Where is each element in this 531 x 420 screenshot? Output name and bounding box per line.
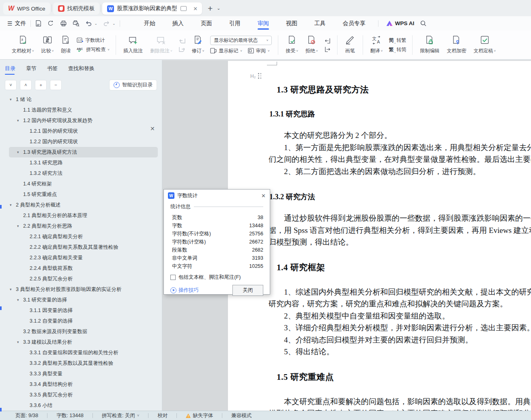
doc-proof-button[interactable]: a 文档校对˅ (8, 35, 38, 54)
tab-current-document[interactable]: W 股票涨跌影响因素的典型相关分析 ✕ (102, 2, 202, 15)
toc-item[interactable]: ▾ 3.3.1 自变量组和因变量组的相关性分析 (0, 347, 162, 358)
search-icon[interactable] (420, 20, 427, 27)
toc-item[interactable]: ▾ 1.3.2 研究方法 (0, 168, 162, 179)
toc-item[interactable]: ▾ 2.2.3 确定典型相关变量 (0, 252, 162, 263)
toc-item[interactable]: ▾ 3.1 研究变量的选择 (0, 295, 162, 305)
doc-line[interactable]: 2、第二方面把选出来的因素做动态回归分析，进行预测。 (269, 166, 531, 178)
simplified-to-traditional-button[interactable]: 简→ 转繁 (389, 37, 406, 44)
file-menu-button[interactable]: ☰ 文件 (7, 20, 26, 27)
toc-item[interactable]: ▾ 3.3.5 典型冗余分析 (0, 390, 162, 400)
insert-comment-button[interactable]: 插入批注 (120, 35, 146, 54)
doc-line[interactable]: 1.4 研究框架 (277, 263, 531, 272)
heading-drag-handle[interactable]: H₂ (250, 73, 262, 79)
toc-collapse-up-button[interactable]: ˄ (20, 80, 32, 90)
doc-line[interactable]: 1、第一方面是先把影响股票涨跌的因素选出来，用典型相关分析定量去分析 (269, 142, 531, 154)
sidebar-tab[interactable]: 目录 (5, 60, 15, 77)
toc-item[interactable]: ▾ 1 绪 论 (0, 94, 162, 105)
toc-item[interactable]: ▾ 2.2.2 确定典型相关系数及其显著性检验 (0, 242, 162, 252)
print-icon[interactable] (60, 20, 67, 27)
doc-line[interactable]: 1、综述国内外典型相关分析和回归模型研究的相关文献，提出本文的研究问题 (269, 286, 531, 298)
collapse-arrow-icon[interactable]: ▾ (10, 203, 16, 207)
dialog-close-icon[interactable]: ✕ (261, 193, 266, 199)
toc-item[interactable]: ▾ 3.3.4 典型结构分析 (0, 379, 162, 390)
sidebar-tab[interactable]: 查找和替换 (68, 60, 95, 77)
accept-change-button[interactable]: 接受˅ (282, 35, 302, 54)
doc-line[interactable]: 1.3.1 研究思路 (269, 110, 531, 118)
markup-state-dropdown[interactable]: 显示标记的最终状态˅ (210, 36, 272, 45)
toc-item[interactable]: ▾ 3 典型相关分析对股票涨跌影响因素的实证分析 (0, 284, 162, 295)
toc-item[interactable]: ▾ 1.2 国内外研究现状及发展趋势 (0, 115, 162, 126)
collapse-arrow-icon[interactable]: ▾ (17, 340, 23, 344)
word-count-button[interactable]: 12 字数统计 (77, 37, 110, 44)
sidebar-tab[interactable]: 章节 (26, 60, 37, 77)
document-page[interactable]: H₂ 1.3 研究思路及研究方法 1.3.1 研究思路 本文的研究思路分为 2 … (228, 61, 531, 411)
toc-item[interactable]: ▾ 1.4 研究框架 (0, 179, 162, 189)
toc-expand-all-button[interactable]: ＋ (35, 80, 47, 90)
menu-tab[interactable]: 插入 (164, 16, 192, 30)
doc-line[interactable]: 1.3 研究思路及研究方法 (277, 85, 531, 95)
toc-item[interactable]: ▾ 3.2 数据来源及得到变量数据 (0, 326, 162, 337)
export-icon[interactable] (47, 20, 54, 27)
close-tab-icon[interactable]: ✕ (192, 5, 199, 12)
toc-item[interactable]: ▾ 3.1.2 自变量的选择 (0, 316, 162, 326)
track-changes-button[interactable]: 修订˅ (188, 35, 208, 54)
delete-comment-button[interactable]: 删除批注˅ (146, 35, 176, 54)
sidebar-tab[interactable]: 书签 (47, 60, 58, 77)
include-footnotes-checkbox[interactable]: 包括文本框、脚注和尾注(F) (170, 274, 263, 281)
collapse-arrow-icon[interactable]: ▾ (17, 118, 23, 123)
dialog-title-bar[interactable]: W 字数统计 ✕ (164, 190, 270, 202)
restrict-editing-button[interactable]: 限制编辑 (416, 35, 443, 54)
menu-tab[interactable]: 会员专享 (334, 16, 374, 30)
redo-icon[interactable] (103, 20, 110, 27)
collapse-arrow-icon[interactable]: ▾ (10, 97, 16, 101)
missing-font-warning[interactable]: 缺失字体 (186, 412, 213, 419)
previous-change-button[interactable] (324, 38, 331, 44)
page-indicator[interactable]: 页面: 9/38 (15, 412, 38, 419)
word-count-indicator[interactable]: 字数: 13448 (56, 412, 84, 419)
next-change-button[interactable] (324, 46, 331, 52)
finalize-document-button[interactable]: 文档定稿˅ (470, 35, 499, 54)
doc-line[interactable]: 2、典型相关模型中自变量组和因变量组的选取。 (269, 310, 531, 322)
print-preview-icon[interactable] (73, 20, 80, 27)
toc-item[interactable]: ▾ 3.3.6 小结 (0, 400, 162, 411)
tab-docer-templates[interactable]: 找稻壳模板 (53, 2, 100, 15)
toc-item[interactable]: ▾ 2 典型相关分析概述 (0, 200, 162, 210)
toc-item[interactable]: ▾ 2.2.4 典型载荷系数 (0, 263, 162, 274)
undo-dropdown-icon[interactable]: ⌄ (95, 22, 98, 26)
close-dialog-button[interactable]: 关闭 (232, 285, 263, 296)
toc-item[interactable]: ▾ 3.3.2 典型相关系数以及其显著性检验 (0, 358, 162, 368)
toc-item[interactable]: ▾ 2.2.1 确定典型相关分析 (0, 231, 162, 242)
spell-check-button[interactable]: ABC 拼写检查˅ (77, 46, 110, 53)
review-pane-button[interactable]: 审阅˅ (248, 47, 270, 54)
doc-line[interactable]: 据，用 Spss 语言对他们进行典型相关分析，得到主要因素，再用 Eviews … (269, 224, 531, 237)
traditional-to-simplified-button[interactable]: 繁→ 转简 (389, 46, 406, 53)
spell-check-toggle[interactable]: 拼写检查: 关闭˅ (102, 412, 139, 419)
toc-item[interactable]: ▾ 2.2.5 典型冗余分析 (0, 274, 162, 284)
smart-toc-button[interactable]: 智能识别目录 (109, 80, 157, 90)
collapse-arrow-icon[interactable]: ▾ (17, 150, 23, 154)
collapse-arrow-icon[interactable]: ▾ (17, 224, 23, 228)
toc-item[interactable]: ▾ 1.1 选题的背景和意义 (0, 105, 162, 115)
next-comment-button[interactable] (178, 46, 186, 52)
menu-tab[interactable]: 开始 (135, 16, 164, 30)
doc-line[interactable]: 模型从多个因素中选出主要的因素。对主要的因素建立回归模型进行预测和分析结 (269, 407, 531, 411)
tips-link[interactable]: 操作技巧 (170, 287, 199, 294)
doc-line[interactable]: 1.5 研究重难点 (277, 373, 531, 382)
wps-ai-button[interactable]: WPS AI (387, 20, 415, 26)
save-icon[interactable] (35, 20, 42, 27)
toc-item[interactable]: ▾ 1.2.1 国外的研究现状 (0, 126, 162, 136)
toc-item[interactable]: ▾ 3.3 建模以及结果分析 (0, 337, 162, 347)
doc-line[interactable]: 通过炒股软件得到龙洲股份股票的一些数据，得到股票涨跌影响因素的一些数 (269, 212, 531, 224)
previous-comment-button[interactable] (178, 38, 186, 44)
read-aloud-button[interactable]: 朗读 (57, 35, 74, 54)
tab-wps-home[interactable]: W WPS Office (3, 2, 50, 15)
toc-collapse-all-button[interactable]: − (50, 80, 62, 90)
menu-tab[interactable]: 审阅 (249, 16, 277, 30)
toc-item[interactable]: ▾ 1.3.1 研究思路 (0, 157, 162, 168)
toc-item[interactable]: ▾ 3.3.3 典型变量 (0, 368, 162, 379)
doc-line[interactable]: 本文的研究思路分为 2 个部分。 (269, 129, 531, 142)
ink-pen-button[interactable]: 画笔 (341, 35, 359, 54)
tab-list-dropdown-icon[interactable]: ⌄ (217, 6, 220, 11)
toc-item[interactable]: ▾ 1.2.2 国内的研究现状 (0, 136, 162, 147)
toc-expand-down-button[interactable]: ˅ (5, 80, 17, 90)
